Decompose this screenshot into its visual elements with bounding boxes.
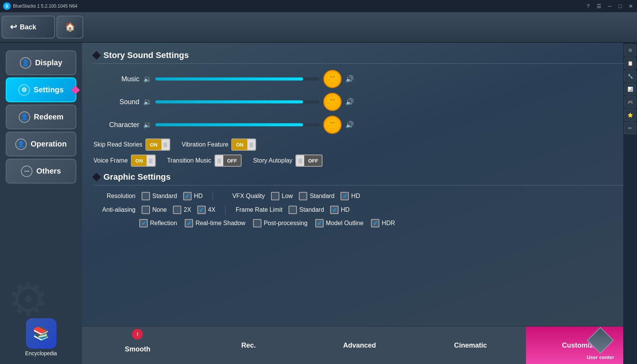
rs-icon-7[interactable]: ✏ bbox=[624, 122, 636, 134]
vfx-hd-label: HD bbox=[351, 193, 360, 200]
aa-none-checkbox[interactable] bbox=[142, 206, 150, 214]
display-icon: 👤 bbox=[20, 57, 31, 69]
frl-standard-checkbox[interactable] bbox=[289, 206, 297, 214]
char-vol-down-icon[interactable]: 🔉 bbox=[143, 121, 152, 129]
tab-smooth[interactable]: ! Smooth bbox=[82, 326, 193, 364]
sidebar-item-others[interactable]: ··· Others bbox=[6, 159, 76, 184]
resolution-hd-group: HD bbox=[183, 192, 203, 200]
vibration-feature-switch[interactable]: ON ||| bbox=[231, 139, 256, 151]
voice-frame-toggle[interactable]: Voice Frame ON ||| bbox=[94, 155, 156, 167]
right-sidebar: ⚙ 📋 🔧 📊 🎮 ⭐ ✏ bbox=[623, 43, 637, 364]
music-duck-icon: 🐥 bbox=[323, 70, 342, 88]
display-label: Display bbox=[35, 58, 62, 67]
music-slider[interactable] bbox=[155, 77, 319, 81]
rs-icon-2[interactable]: 📋 bbox=[624, 57, 636, 69]
encyclopedia-widget[interactable]: 📚 Encyclopedia bbox=[0, 318, 82, 356]
graphic-settings-header: Graphic Settings bbox=[94, 172, 626, 182]
rs-icon-1[interactable]: ⚙ bbox=[624, 44, 636, 56]
resolution-label: Resolution bbox=[94, 193, 135, 200]
back-arrow-icon: ↩ bbox=[10, 22, 17, 32]
resolution-standard-checkbox[interactable] bbox=[142, 192, 150, 200]
model-outline-checkbox[interactable] bbox=[315, 219, 324, 227]
operation-label: Operation bbox=[31, 140, 66, 148]
sound-vol-down-icon[interactable]: 🔉 bbox=[143, 98, 152, 106]
rs-icon-5[interactable]: 🎮 bbox=[624, 96, 636, 108]
maximize-icon[interactable]: □ bbox=[617, 3, 623, 9]
post-processing-checkbox[interactable] bbox=[253, 219, 261, 227]
voice-frame-switch[interactable]: ON ||| bbox=[131, 155, 156, 167]
sidebar-item-redeem[interactable]: 👤 Redeem bbox=[6, 105, 76, 129]
hdr-checkbox[interactable] bbox=[371, 219, 379, 227]
close-icon[interactable]: ✕ bbox=[628, 3, 634, 9]
user-center-label: User center bbox=[587, 354, 614, 360]
sidebar-item-operation[interactable]: 👤 Operation bbox=[6, 132, 76, 156]
tab-rec[interactable]: Rec. bbox=[193, 326, 304, 364]
encyclopedia-icon: 📚 bbox=[26, 318, 56, 349]
reflection-checkbox[interactable] bbox=[139, 219, 148, 227]
tab-advanced[interactable]: Advanced bbox=[304, 326, 415, 364]
vibration-feature-on[interactable]: ON bbox=[232, 139, 247, 150]
back-button[interactable]: ↩ Back bbox=[2, 16, 55, 39]
skip-read-stories-toggle[interactable]: Skip Read Stories ON ||| bbox=[94, 139, 170, 151]
settings-label: Settings bbox=[34, 85, 64, 94]
vfx-hd-group: HD bbox=[340, 192, 360, 200]
voice-frame-on[interactable]: ON bbox=[132, 155, 147, 166]
aa-4x-group: 4X bbox=[197, 206, 216, 214]
story-sound-divider bbox=[94, 63, 626, 64]
home-button[interactable]: 🏠 bbox=[56, 16, 83, 39]
vfx-hd-checkbox[interactable] bbox=[340, 192, 349, 200]
reflection-label: Reflection bbox=[150, 220, 177, 227]
aa-2x-checkbox[interactable] bbox=[173, 206, 181, 214]
rs-icon-6[interactable]: ⭐ bbox=[624, 109, 636, 121]
frl-hd-checkbox[interactable] bbox=[330, 206, 339, 214]
aa-2x-group: 2X bbox=[173, 206, 191, 214]
transition-music-switch[interactable]: ||| OFF bbox=[214, 155, 242, 167]
sidebar-item-settings[interactable]: ⚙ Settings bbox=[6, 77, 76, 102]
redeem-label: Redeem bbox=[34, 113, 64, 121]
sound-label: Sound bbox=[94, 98, 139, 106]
skip-read-stories-switch[interactable]: ON ||| bbox=[145, 139, 170, 151]
aa-none-label: None bbox=[152, 206, 167, 213]
story-autoplay-switch[interactable]: ||| OFF bbox=[295, 155, 323, 167]
frl-standard-label: Standard bbox=[299, 206, 324, 213]
vibration-feature-toggle[interactable]: Vibration Feature ON ||| bbox=[182, 139, 256, 151]
story-autoplay-off[interactable]: OFF bbox=[304, 155, 322, 166]
tab-cinematic[interactable]: Cinematic bbox=[415, 326, 526, 364]
character-slider[interactable] bbox=[155, 123, 319, 126]
rs-icon-3[interactable]: 🔧 bbox=[624, 70, 636, 82]
bottom-tabs: ! Smooth Rec. Advanced Cinematic Customi… bbox=[82, 326, 637, 364]
character-row: Character 🔉 🐥 🔊 bbox=[94, 116, 626, 134]
rs-icon-4[interactable]: 📊 bbox=[624, 83, 636, 95]
advanced-label: Advanced bbox=[343, 341, 376, 350]
story-sound-header: Story Sound Settings bbox=[94, 50, 626, 60]
vfx-standard-checkbox[interactable] bbox=[299, 192, 307, 200]
music-vol-down-icon[interactable]: 🔉 bbox=[143, 75, 152, 83]
music-label: Music bbox=[94, 75, 139, 83]
sound-vol-up-icon[interactable]: 🔊 bbox=[345, 98, 354, 106]
menu-icon[interactable]: ☰ bbox=[596, 3, 602, 9]
music-vol-up-icon[interactable]: 🔊 bbox=[345, 75, 354, 83]
sound-slider[interactable] bbox=[155, 100, 319, 103]
sidebar-item-display[interactable]: 👤 Display bbox=[6, 50, 76, 75]
transition-music-lines: ||| bbox=[215, 155, 223, 166]
sound-slider-fill bbox=[155, 100, 303, 103]
vfx-low-checkbox[interactable] bbox=[271, 192, 279, 200]
char-vol-up-icon[interactable]: 🔊 bbox=[345, 121, 354, 129]
transition-music-off[interactable]: OFF bbox=[223, 155, 241, 166]
sound-duck-icon: 🐥 bbox=[323, 93, 342, 111]
transition-music-toggle[interactable]: Transition Music ||| OFF bbox=[167, 155, 242, 167]
aa-separator bbox=[225, 205, 226, 214]
resolution-hd-checkbox[interactable] bbox=[183, 192, 192, 200]
model-outline-label: Model Outline bbox=[326, 220, 364, 227]
realtime-shadow-checkbox[interactable] bbox=[185, 219, 193, 227]
tab-customized[interactable]: Customized bbox=[526, 326, 637, 364]
skip-read-stories-on[interactable]: ON bbox=[146, 139, 161, 150]
story-autoplay-toggle[interactable]: Story Autoplay ||| OFF bbox=[253, 155, 323, 167]
story-autoplay-label: Story Autoplay bbox=[253, 157, 292, 164]
character-duck-icon: 🐥 bbox=[323, 116, 342, 134]
help-icon[interactable]: ? bbox=[585, 3, 591, 9]
aa-4x-checkbox[interactable] bbox=[197, 206, 206, 214]
hdr-group: HDR bbox=[371, 219, 395, 227]
minimize-icon[interactable]: ─ bbox=[606, 3, 613, 9]
user-center-widget[interactable]: User center bbox=[587, 331, 614, 360]
